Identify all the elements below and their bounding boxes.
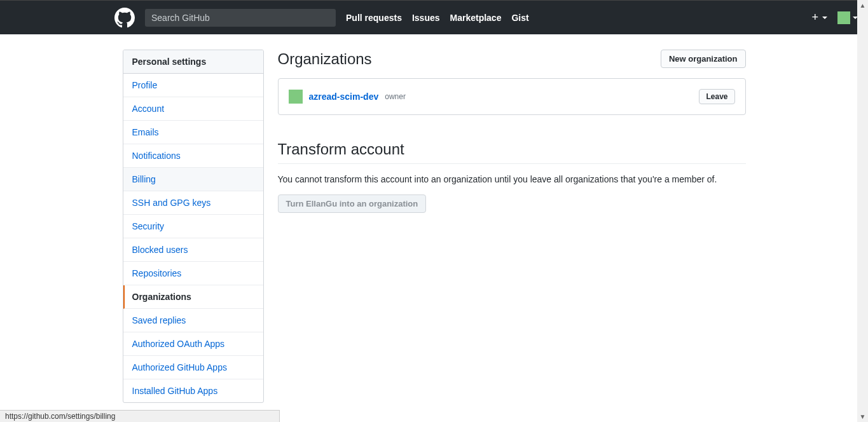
- plus-icon: +: [811, 11, 818, 24]
- avatar-icon: [837, 11, 850, 24]
- new-organization-button[interactable]: New organization: [661, 50, 746, 68]
- sidebar-item-emails[interactable]: Emails: [123, 121, 263, 144]
- organization-row: azread-scim-dev owner Leave: [278, 78, 746, 115]
- sidebar-item-installed-apps[interactable]: Installed GitHub Apps: [123, 379, 263, 402]
- nav-gist[interactable]: Gist: [511, 13, 528, 23]
- sidebar-item-notifications[interactable]: Notifications: [123, 144, 263, 168]
- page-title: Organizations: [278, 50, 372, 68]
- sidebar-item-github-apps[interactable]: Authorized GitHub Apps: [123, 356, 263, 379]
- sidebar-item-organizations: Organizations: [123, 285, 263, 309]
- sidebar-item-billing[interactable]: Billing: [123, 168, 263, 191]
- scrollbar-track[interactable]: [857, 11, 868, 411]
- sidebar-item-saved-replies[interactable]: Saved replies: [123, 309, 263, 332]
- nav-pull-requests[interactable]: Pull requests: [346, 13, 402, 23]
- browser-status-bar: https://github.com/settings/billing: [0, 410, 280, 422]
- sidebar-item-ssh[interactable]: SSH and GPG keys: [123, 191, 263, 215]
- nav-marketplace[interactable]: Marketplace: [450, 13, 502, 23]
- org-role-label: owner: [385, 92, 406, 101]
- caret-down-icon: [822, 17, 827, 19]
- org-name-link[interactable]: azread-scim-dev: [309, 92, 379, 102]
- nav-links: Pull requests Issues Marketplace Gist: [346, 13, 529, 23]
- org-avatar-icon: [289, 90, 303, 104]
- sidebar-item-repositories[interactable]: Repositories: [123, 262, 263, 285]
- transform-description: You cannot transform this account into a…: [278, 174, 746, 184]
- content-container: Personal settings Profile Account Emails…: [123, 34, 746, 403]
- create-new-menu[interactable]: +: [811, 11, 827, 24]
- scroll-down-button[interactable]: ▼: [857, 411, 868, 422]
- search-input[interactable]: [145, 9, 336, 27]
- settings-sidebar: Personal settings Profile Account Emails…: [123, 50, 264, 403]
- leave-org-button[interactable]: Leave: [699, 89, 734, 104]
- github-logo-icon[interactable]: [114, 8, 135, 28]
- sidebar-item-account[interactable]: Account: [123, 97, 263, 121]
- scroll-up-button[interactable]: ▲: [857, 0, 868, 11]
- sidebar-item-oauth-apps[interactable]: Authorized OAuth Apps: [123, 332, 263, 356]
- main-content: Organizations New organization azread-sc…: [278, 50, 746, 403]
- transform-heading: Transform account: [278, 140, 746, 164]
- top-bar: Pull requests Issues Marketplace Gist +: [0, 0, 868, 34]
- user-menu[interactable]: [837, 11, 858, 24]
- nav-issues[interactable]: Issues: [412, 13, 440, 23]
- sidebar-item-blocked[interactable]: Blocked users: [123, 238, 263, 262]
- sidebar-item-profile[interactable]: Profile: [123, 74, 263, 97]
- sidebar-heading: Personal settings: [123, 50, 263, 74]
- sidebar-item-security[interactable]: Security: [123, 215, 263, 238]
- transform-account-button: Turn EllanGu into an organization: [278, 194, 427, 213]
